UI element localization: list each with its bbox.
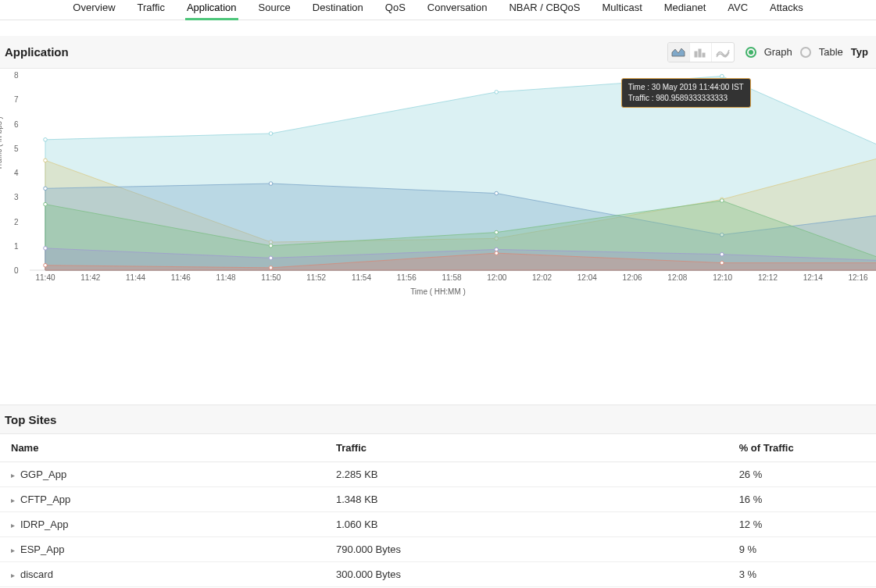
x-tick: 12:14 (803, 273, 823, 282)
expand-icon[interactable]: ▸ (11, 571, 17, 579)
expand-icon[interactable]: ▸ (11, 496, 17, 504)
x-tick: 11:44 (126, 273, 145, 282)
table-row[interactable]: ▸ESP_App790.000 Bytes9 % (0, 537, 876, 562)
panel-title: Application (5, 45, 69, 59)
x-tick: 12:04 (577, 273, 597, 282)
cell-pct: 3 % (736, 562, 876, 587)
x-tick: 12:02 (532, 273, 552, 282)
y-tick: 4 (14, 169, 19, 177)
nav-tab-avc[interactable]: AVC (728, 0, 748, 20)
x-tick: 12:10 (713, 273, 732, 282)
svg-rect-1 (699, 49, 701, 57)
svg-point-29 (44, 263, 48, 267)
x-tick: 11:58 (442, 273, 461, 282)
view-toggle: Graph Table Typ (745, 46, 868, 58)
x-tick: 11:42 (80, 273, 100, 282)
y-tick: 6 (14, 119, 19, 128)
table-row[interactable]: ▸discard300.000 Bytes3 % (0, 562, 876, 587)
svg-point-9 (44, 159, 48, 162)
chart-tooltip: Time : 30 May 2019 11:44:00 IST Traffic … (621, 78, 751, 108)
view-graph-radio[interactable] (745, 47, 756, 58)
y-tick: 7 (14, 95, 19, 104)
y-tick: 3 (14, 193, 19, 201)
y-axis-label: Traffic ( in bps ) (0, 116, 3, 170)
chart-type-bar-button[interactable] (690, 43, 712, 62)
y-tick: 0 (14, 266, 19, 275)
expand-icon[interactable]: ▸ (11, 546, 17, 554)
y-tick: 8 (14, 71, 19, 80)
tooltip-time: Time : 30 May 2019 11:44:00 IST (628, 83, 744, 91)
area-chart-icon (671, 47, 685, 58)
svg-point-16 (495, 191, 499, 195)
cell-traffic: 300.000 Bytes (333, 562, 736, 587)
expand-icon[interactable]: ▸ (11, 471, 17, 479)
table-row[interactable]: ▸CFTP_App1.348 KB16 % (0, 487, 876, 512)
cell-traffic: 1.060 KB (333, 512, 736, 537)
cell-name: ▸IDRP_App (0, 512, 333, 537)
nav-tab-overview[interactable]: Overview (73, 0, 115, 20)
x-tick: 12:00 (487, 273, 506, 282)
expand-icon[interactable]: ▸ (11, 521, 17, 529)
nav-tab-medianet[interactable]: Medianet (664, 0, 706, 20)
svg-point-32 (720, 261, 724, 265)
nav-tab-source[interactable]: Source (259, 0, 291, 20)
x-tick: 11:50 (261, 273, 281, 282)
x-tick: 11:56 (397, 273, 417, 282)
chart-type-area-button[interactable] (668, 43, 690, 62)
y-tick: 2 (14, 217, 19, 226)
top-sites-header: Top Sites (0, 404, 876, 434)
chart-type-line-button[interactable] (712, 43, 734, 62)
x-tick: 12:12 (758, 273, 778, 282)
svg-point-31 (495, 251, 499, 255)
nav-tab-multicast[interactable]: Multicast (602, 0, 642, 20)
cell-name: ▸GGP_App (0, 462, 333, 487)
top-sites-title: Top Sites (5, 413, 56, 426)
view-table-label: Table (819, 46, 843, 58)
cell-pct: 26 % (736, 462, 876, 487)
svg-point-21 (495, 230, 499, 234)
x-tick: 11:40 (35, 273, 55, 282)
column-header[interactable]: Name (0, 434, 333, 462)
chart-plot[interactable]: Time : 30 May 2019 11:44:00 IST Traffic … (30, 75, 873, 270)
table-row[interactable]: ▸GGP_App2.285 KB26 % (0, 462, 876, 487)
x-tick: 11:52 (306, 273, 326, 282)
svg-point-19 (44, 202, 48, 206)
view-graph-label: Graph (764, 46, 792, 58)
cell-name: ▸discard (0, 562, 333, 587)
typ-label: Typ (851, 46, 868, 58)
nav-tab-conversation[interactable]: Conversation (427, 0, 488, 20)
svg-point-30 (269, 266, 273, 270)
svg-point-27 (720, 252, 724, 256)
svg-rect-0 (695, 52, 697, 57)
svg-point-4 (44, 138, 48, 142)
column-header[interactable]: % of Traffic (736, 434, 876, 462)
cell-name: ▸CFTP_App (0, 487, 333, 512)
cell-pct: 16 % (736, 487, 876, 512)
nav-tab-destination[interactable]: Destination (313, 0, 363, 20)
svg-point-25 (269, 256, 273, 260)
svg-point-24 (44, 247, 48, 251)
cell-traffic: 1.348 KB (333, 487, 736, 512)
column-header[interactable]: Traffic (333, 434, 736, 462)
nav-tab-application[interactable]: Application (187, 0, 237, 20)
cell-pct: 9 % (736, 537, 876, 562)
svg-point-6 (495, 91, 499, 94)
svg-point-20 (269, 244, 273, 248)
nav-tab-traffic[interactable]: Traffic (138, 0, 165, 20)
nav-tab-attacks[interactable]: Attacks (770, 0, 803, 20)
cell-pct: 12 % (736, 512, 876, 537)
chart-area: Traffic ( in bps ) 012345678 Time : 30 M… (0, 69, 876, 303)
nav-tab-qos[interactable]: QoS (385, 0, 406, 20)
bar-chart-icon (693, 47, 707, 58)
x-axis-label: Time ( HH:MM ) (0, 287, 876, 296)
svg-rect-2 (703, 53, 705, 57)
table-row[interactable]: ▸IDRP_App1.060 KB12 % (0, 512, 876, 537)
view-table-radio[interactable] (800, 47, 811, 58)
x-axis-ticks: 11:4011:4211:4411:4611:4811:5011:5211:54… (30, 273, 873, 284)
nav-tab-nbar-cbqos[interactable]: NBAR / CBQoS (509, 0, 580, 20)
svg-point-15 (269, 182, 273, 186)
cell-traffic: 790.000 Bytes (333, 537, 736, 562)
panel-header: Application Graph Table Typ (0, 36, 876, 69)
cell-traffic: 2.285 KB (333, 462, 736, 487)
svg-point-22 (720, 199, 724, 203)
